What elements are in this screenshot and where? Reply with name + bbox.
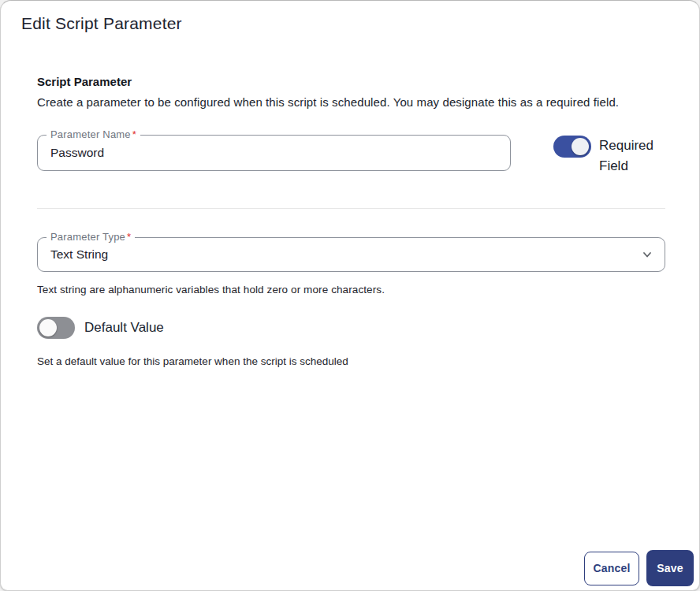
dialog-title: Edit Script Parameter [21,14,182,33]
parameter-name-field[interactable]: Parameter Name* [37,135,511,171]
section-description: Create a parameter to be configured when… [37,95,665,109]
parameter-name-input[interactable] [38,146,510,160]
default-value-helper: Set a default value for this parameter w… [37,355,665,367]
section-divider [37,208,665,209]
parameter-type-select[interactable]: Parameter Type* Text String [37,237,665,272]
toggle-knob [39,319,57,336]
save-button[interactable]: Save [646,550,694,586]
required-field-toggle-group: Required Field [553,135,665,177]
parameter-type-value: Text String [38,247,641,262]
default-value-label: Default Value [84,320,164,336]
cancel-button[interactable]: Cancel [584,552,639,585]
required-field-label: Required Field [599,136,665,177]
required-asterisk: * [132,128,136,140]
parameter-name-row: Parameter Name* Required Field [37,135,665,177]
parameter-type-label: Parameter Type* [47,231,135,243]
parameter-name-label: Parameter Name* [47,128,140,140]
section-heading: Script Parameter [37,75,665,88]
required-field-toggle[interactable] [553,136,591,158]
default-value-toggle[interactable] [37,317,75,339]
toggle-knob [572,138,589,155]
dialog-content: Script Parameter Create a parameter to b… [37,75,665,367]
required-asterisk: * [127,231,131,243]
parameter-type-helper: Text string are alphanumeric variables t… [37,284,665,296]
default-value-row: Default Value [37,317,665,339]
edit-script-parameter-dialog: Edit Script Parameter Script Parameter C… [0,0,700,591]
dialog-footer: Cancel Save [584,550,694,586]
chevron-down-icon[interactable] [641,248,653,261]
